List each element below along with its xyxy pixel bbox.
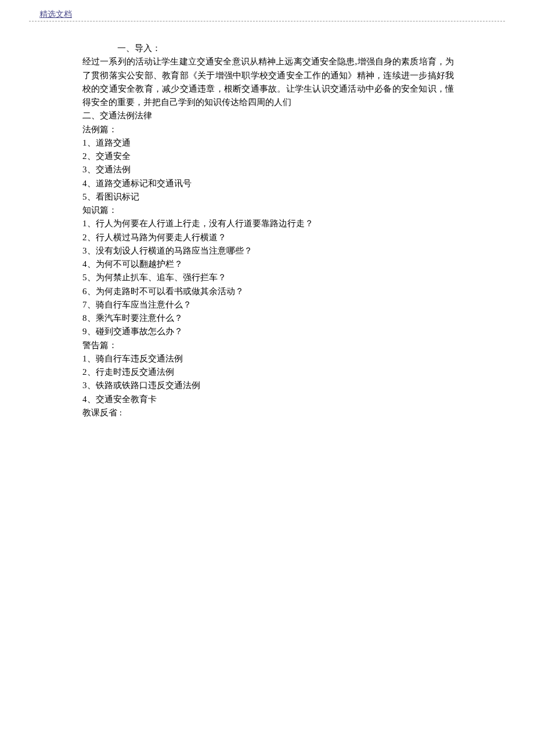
- list-item: 1、骑自行车违反交通法例: [82, 352, 454, 366]
- list-item: 9、碰到交通事故怎么办？: [82, 325, 454, 338]
- list-item: 2、行人横过马路为何要走人行横道？: [82, 231, 454, 244]
- list-item: 4、交通安全教育卡: [82, 393, 454, 406]
- list-item: 5、为何禁止扒车、追车、强行拦车？: [82, 271, 454, 284]
- sub3-title: 警告篇：: [82, 339, 454, 352]
- list-item: 4、道路交通标记和交通讯号: [82, 177, 454, 190]
- list-item: 7、骑自行车应当注意什么？: [82, 298, 454, 312]
- list-item: 1、道路交通: [82, 136, 454, 150]
- section2-heading: 二、交通法例法律: [82, 109, 454, 122]
- list-item: 5、看图识标记: [82, 190, 454, 204]
- list-item: 4、为何不可以翻越护栏？: [82, 258, 454, 271]
- divider-line: [29, 21, 505, 21]
- header-link[interactable]: 精选文档: [39, 9, 72, 20]
- list-item: 2、交通安全: [82, 150, 454, 163]
- list-item: 2、行走时违反交通法例: [82, 366, 454, 379]
- list-item: 1、行人为何要在人行道上行走，没有人行道要靠路边行走？: [82, 217, 454, 230]
- list-item: 3、交通法例: [82, 163, 454, 176]
- section1-heading: 一、导入：: [82, 42, 454, 55]
- sub1-title: 法例篇：: [82, 123, 454, 136]
- list-item: 3、铁路或铁路口违反交通法例: [82, 379, 454, 392]
- list-item: 3、没有划设人行横道的马路应当注意哪些？: [82, 244, 454, 258]
- footer-label: 教课反省 :: [82, 406, 454, 419]
- section1-paragraph: 经过一系列的活动让学生建立交通安全意识从精神上远离交通安全隐患,增强自身的素质培…: [82, 55, 454, 109]
- sub2-title: 知识篇：: [82, 204, 454, 217]
- list-item: 6、为何走路时不可以看书或做其余活动？: [82, 285, 454, 298]
- list-item: 8、乘汽车时要注意什么？: [82, 312, 454, 325]
- document-content: 一、导入： 经过一系列的活动让学生建立交通安全意识从精神上远离交通安全隐患,增强…: [82, 42, 454, 419]
